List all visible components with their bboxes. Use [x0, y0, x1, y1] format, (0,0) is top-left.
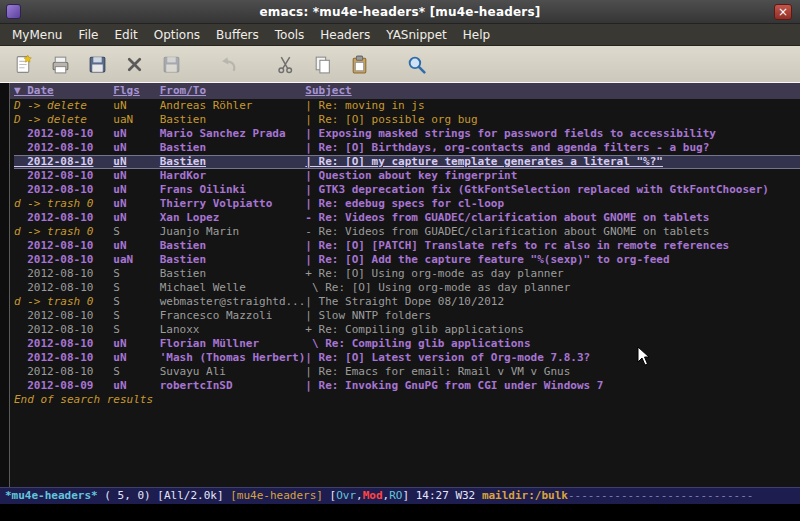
menu-item-options[interactable]: Options	[146, 26, 208, 44]
menu-item-mymenu[interactable]: MyMenu	[4, 26, 70, 44]
message-row[interactable]: 2012-08-10SMichael Welle \ Re: [O] Using…	[14, 281, 800, 295]
message-list: D -> deleteuNAndreas Röhler| Re: moving …	[10, 99, 800, 393]
message-row[interactable]: D -> deleteuNAndreas Röhler| Re: moving …	[14, 99, 800, 113]
message-row[interactable]: 2012-08-10uN'Mash (Thomas Herbert)| Re: …	[14, 351, 800, 365]
emacs-window: emacs: *mu4e-headers* [mu4e-headers] × M…	[0, 0, 800, 521]
search-icon[interactable]	[403, 51, 430, 78]
headers-buffer: ▼ Date Flgs From/To Subject D -> deleteu…	[10, 83, 800, 487]
minibuffer[interactable]	[0, 504, 800, 521]
column-header-date[interactable]: ▼ Date	[14, 84, 113, 98]
message-row[interactable]: d -> trash 0uNThierry Volpiatto| Re: ede…	[14, 197, 800, 211]
menu-item-headers[interactable]: Headers	[312, 26, 378, 44]
message-row[interactable]: 2012-08-10uNMario Sanchez Prada| Exposin…	[14, 127, 800, 141]
message-row[interactable]: 2012-08-10uNHardKor| Question about key …	[14, 169, 800, 183]
message-row[interactable]: 2012-08-10SFrancesco Mazzoli| Slow NNTP …	[14, 309, 800, 323]
message-row[interactable]: d -> trash 0SJuanjo Marin- Re: Videos fr…	[14, 225, 800, 239]
close-button[interactable]: ×	[774, 4, 792, 20]
copy-icon[interactable]	[309, 51, 336, 78]
message-row[interactable]: 2012-08-10SSuvayu Ali| Re: Emacs for ema…	[14, 365, 800, 379]
save-icon[interactable]	[84, 51, 111, 78]
close-buffer-icon[interactable]	[121, 51, 148, 78]
title-bar[interactable]: emacs: *mu4e-headers* [mu4e-headers] ×	[0, 0, 800, 24]
message-row[interactable]: 2012-08-10uNBastien| Re: [O] [PATCH] Tra…	[14, 239, 800, 253]
menu-bar: MyMenuFileEditOptionsBuffersToolsHeaders…	[0, 24, 800, 46]
menu-item-buffers[interactable]: Buffers	[208, 26, 267, 44]
column-header-from[interactable]: From/To	[160, 84, 306, 98]
message-row[interactable]: 2012-08-10uNBastien| Re: [O] Birthdays, …	[14, 141, 800, 155]
message-row[interactable]: 2012-08-10uNFrans Oilinki| GTK3 deprecat…	[14, 183, 800, 197]
message-row[interactable]: 2012-08-10SLanoxx+ Re: Compiling glib ap…	[14, 323, 800, 337]
undo-icon[interactable]	[215, 51, 242, 78]
scrollbar[interactable]	[0, 83, 10, 487]
buffer-area: ▼ Date Flgs From/To Subject D -> deleteu…	[0, 83, 800, 487]
menu-item-yasnippet[interactable]: YASnippet	[378, 26, 455, 44]
paste-icon[interactable]	[346, 51, 373, 78]
message-row[interactable]: 2012-08-09uNrobertcInSD| Re: Invoking Gn…	[14, 379, 800, 393]
cut-icon[interactable]	[272, 51, 299, 78]
message-row[interactable]: 2012-08-10uNXan Lopez- Re: Videos from G…	[14, 211, 800, 225]
menu-item-file[interactable]: File	[70, 26, 106, 44]
print-icon[interactable]	[47, 51, 74, 78]
save-as-icon[interactable]	[158, 51, 185, 78]
menu-item-edit[interactable]: Edit	[107, 26, 146, 44]
message-row[interactable]: d -> trash 0Swebmaster@straightd...| The…	[14, 295, 800, 309]
window-title: emacs: *mu4e-headers* [mu4e-headers]	[0, 5, 800, 19]
new-file-icon[interactable]	[10, 51, 37, 78]
end-of-results: End of search results	[10, 393, 800, 407]
mode-line: *mu4e-headers* ( 5, 0) [All/2.0k] [mu4e-…	[0, 487, 800, 504]
menu-item-tools[interactable]: Tools	[267, 26, 313, 44]
column-header-flags[interactable]: Flgs	[113, 84, 159, 98]
column-header-subject[interactable]: Subject	[305, 84, 800, 98]
message-row[interactable]: 2012-08-10uNFlorian Müllner \ Re: Compil…	[14, 337, 800, 351]
message-row[interactable]: 2012-08-10uaNBastien| Re: [O] Add the ca…	[14, 253, 800, 267]
message-row[interactable]: D -> deleteuaNBastien| Re: [O] possible …	[14, 113, 800, 127]
message-row[interactable]: 2012-08-10SBastien+ Re: [O] Using org-mo…	[14, 267, 800, 281]
menu-item-help[interactable]: Help	[455, 26, 498, 44]
toolbar	[0, 46, 800, 83]
message-row[interactable]: 2012-08-10uNBastien| Re: [O] my capture …	[14, 155, 800, 169]
header-line: ▼ Date Flgs From/To Subject	[10, 83, 800, 99]
